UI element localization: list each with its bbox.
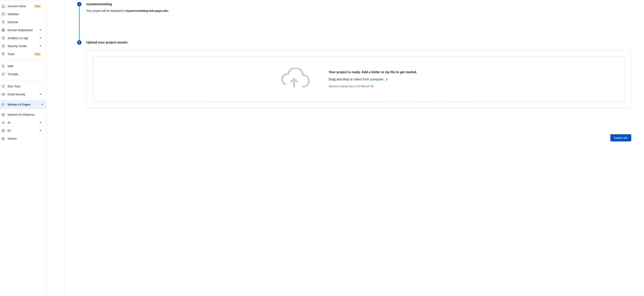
project-title: myawesomeblog	[86, 2, 631, 7]
workers-icon	[1, 103, 5, 107]
deploy-button[interactable]: Deploy site	[610, 134, 631, 141]
chevron-down-icon	[40, 121, 42, 124]
shield-icon	[1, 64, 5, 68]
sidebar-item-discover[interactable]: Discover	[0, 18, 44, 26]
sidebar-item-analytics[interactable]: Analytics & Logs	[0, 34, 44, 42]
sidebar-item-security-center[interactable]: Security Center	[0, 42, 44, 50]
lightbulb-icon	[1, 20, 5, 24]
sidebar-item-label: Zero Trust	[8, 85, 42, 88]
refresh-icon	[1, 72, 5, 76]
sidebar-item-zero-trust[interactable]: Zero Trust	[0, 82, 44, 90]
svg-point-10	[2, 129, 4, 130]
beta-badge: Beta	[34, 5, 42, 8]
sidebar-item-email-security[interactable]: Email Security	[0, 90, 44, 98]
chevron-right-icon	[384, 78, 388, 81]
svg-rect-8	[2, 94, 4, 96]
svg-point-7	[3, 55, 4, 56]
svg-point-5	[2, 53, 3, 54]
sidebar-item-label: Account Home	[8, 5, 31, 8]
sidebar-item-account-home[interactable]: Account Home Beta	[0, 2, 44, 10]
sidebar-item-label: R2	[8, 129, 37, 132]
check-icon	[78, 3, 80, 6]
step-marker-complete	[77, 2, 82, 7]
sidebar-item-label: Discover	[8, 21, 42, 24]
step-project: myawesomeblog Your project will be deplo…	[77, 2, 631, 40]
chevron-down-icon	[40, 45, 42, 48]
chevron-down-icon	[40, 93, 42, 96]
ai-icon	[1, 121, 5, 125]
sidebar-item-waf[interactable]: WAF	[0, 62, 44, 70]
database-icon	[1, 129, 5, 133]
sidebar-item-workers-pages[interactable]: Workers & Pages	[0, 100, 46, 109]
dropzone-sub: Drag and drop or select from computer	[329, 78, 440, 81]
security-icon	[1, 44, 5, 48]
upload-title: Upload your project assets:	[86, 40, 631, 45]
box-icon	[1, 113, 5, 117]
svg-rect-3	[2, 45, 4, 47]
sidebar-item-label: Websites	[8, 13, 42, 16]
sidebar-item-label: WAF	[8, 65, 42, 68]
home-icon	[1, 4, 5, 8]
sidebar-item-label: Analytics & Logs	[8, 37, 37, 40]
trace-icon	[1, 52, 5, 56]
beta-badge: Beta	[34, 53, 42, 56]
sidebar-item-workers-platforms[interactable]: Workers for Platforms	[0, 111, 44, 119]
chart-icon	[1, 36, 5, 40]
svg-point-6	[4, 53, 4, 54]
dropzone-heading: Your project is ready. Add a folder or z…	[329, 70, 440, 74]
stream-icon	[1, 137, 5, 141]
sidebar-item-label: Workers & Pages	[8, 103, 39, 106]
sidebar-item-stream[interactable]: Stream	[0, 135, 44, 143]
chevron-down-icon	[40, 129, 42, 132]
mail-icon	[1, 92, 5, 96]
sidebar-item-label: Email Security	[8, 93, 37, 96]
project-domain: myawesomeblog-bnk.pages.dev	[126, 9, 168, 12]
step-connector	[79, 7, 80, 40]
upload-card: Your project is ready. Add a folder or z…	[86, 50, 631, 108]
sidebar-item-r2[interactable]: R2	[0, 127, 44, 135]
dropzone-hint: Maximum upload size is 25 MiB per file	[329, 85, 440, 88]
select-from-computer-link[interactable]: select from computer	[354, 78, 383, 81]
step-upload: 2 Upload your project assets:	[77, 40, 631, 147]
sidebar-item-label: Security Center	[8, 45, 37, 48]
dropzone[interactable]: Your project is ready. Add a folder or z…	[93, 57, 625, 102]
shield-check-icon	[1, 84, 5, 88]
svg-point-4	[3, 46, 4, 47]
sidebar-item-trace[interactable]: Trace Beta	[0, 50, 44, 58]
sidebar-item-websites[interactable]: Websites	[0, 10, 44, 18]
content-gutter	[46, 0, 64, 296]
sidebar-item-label: Workers for Platforms	[8, 113, 42, 116]
svg-rect-0	[2, 13, 4, 15]
sidebar-item-label: Turnstile	[8, 73, 42, 76]
browser-icon	[1, 12, 5, 16]
sidebar-item-domain-registration[interactable]: Domain Registration	[0, 26, 44, 34]
sidebar: Account Home Beta Websites Discover Doma…	[0, 0, 46, 296]
sidebar-item-label: Domain Registration	[8, 29, 37, 32]
sidebar-item-ai[interactable]: AI	[0, 119, 44, 127]
sidebar-item-label: Stream	[8, 137, 42, 140]
main-content: myawesomeblog Your project will be deplo…	[64, 0, 644, 296]
sidebar-item-turnstile[interactable]: Turnstile	[0, 70, 44, 78]
svg-point-9	[2, 122, 4, 123]
chevron-down-icon	[42, 103, 44, 106]
step-marker-2: 2	[77, 40, 82, 45]
cloud-upload-icon	[277, 68, 311, 90]
chevron-down-icon	[40, 29, 42, 32]
globe-icon	[1, 28, 5, 32]
sidebar-item-label: Trace	[8, 53, 31, 56]
chevron-down-icon	[40, 37, 42, 40]
sidebar-item-label: AI	[8, 121, 37, 124]
project-desc: Your project will be deployed to myaweso…	[86, 9, 631, 12]
